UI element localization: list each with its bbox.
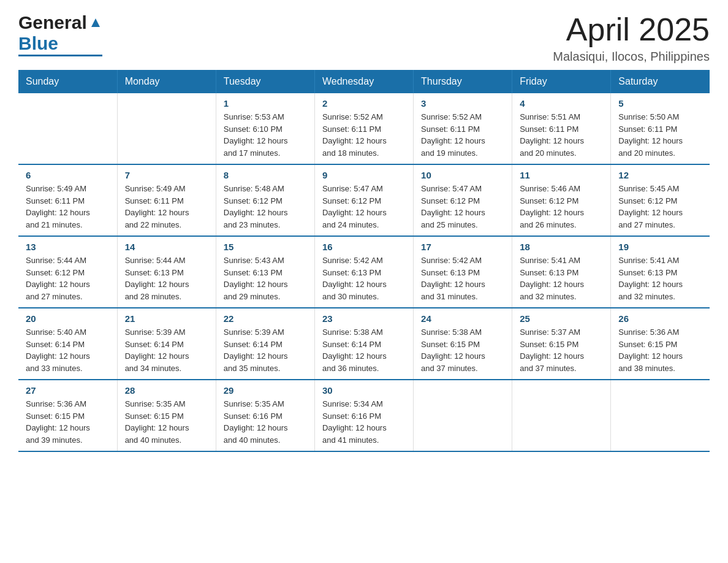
calendar-cell: 8Sunrise: 5:48 AM Sunset: 6:12 PM Daylig… — [216, 164, 314, 236]
calendar-cell — [117, 93, 216, 164]
day-number: 3 — [421, 98, 504, 109]
day-number: 22 — [224, 313, 307, 324]
day-number: 21 — [125, 313, 208, 324]
calendar-body: 1Sunrise: 5:53 AM Sunset: 6:10 PM Daylig… — [18, 93, 710, 451]
day-info: Sunrise: 5:36 AM Sunset: 6:15 PM Dayligh… — [618, 326, 702, 374]
logo-triangle-icon — [89, 16, 102, 29]
logo: General Blue — [18, 12, 102, 56]
day-info: Sunrise: 5:52 AM Sunset: 6:11 PM Dayligh… — [322, 111, 406, 159]
day-number: 14 — [125, 242, 208, 252]
calendar-cell: 23Sunrise: 5:38 AM Sunset: 6:14 PM Dayli… — [314, 308, 413, 380]
day-info: Sunrise: 5:41 AM Sunset: 6:13 PM Dayligh… — [520, 255, 603, 302]
calendar-cell: 2Sunrise: 5:52 AM Sunset: 6:11 PM Daylig… — [314, 93, 413, 164]
day-number: 20 — [26, 313, 110, 324]
calendar-cell: 20Sunrise: 5:40 AM Sunset: 6:14 PM Dayli… — [18, 308, 117, 380]
calendar-title: April 2025 — [553, 12, 710, 47]
day-number: 12 — [618, 170, 702, 180]
calendar-cell: 21Sunrise: 5:39 AM Sunset: 6:14 PM Dayli… — [117, 308, 216, 380]
calendar-cell: 7Sunrise: 5:49 AM Sunset: 6:11 PM Daylig… — [117, 164, 216, 236]
day-number: 16 — [322, 242, 406, 252]
col-saturday: Saturday — [611, 70, 710, 93]
calendar-week-2: 6Sunrise: 5:49 AM Sunset: 6:11 PM Daylig… — [18, 164, 710, 236]
day-number: 11 — [520, 170, 603, 180]
day-info: Sunrise: 5:50 AM Sunset: 6:11 PM Dayligh… — [618, 111, 702, 159]
calendar-cell: 12Sunrise: 5:45 AM Sunset: 6:12 PM Dayli… — [611, 164, 710, 236]
day-number: 25 — [520, 313, 603, 324]
calendar-cell: 5Sunrise: 5:50 AM Sunset: 6:11 PM Daylig… — [611, 93, 710, 164]
calendar-table: Sunday Monday Tuesday Wednesday Thursday… — [18, 70, 710, 452]
col-tuesday: Tuesday — [216, 70, 314, 93]
calendar-header: Sunday Monday Tuesday Wednesday Thursday… — [18, 70, 710, 93]
day-number: 26 — [618, 313, 702, 324]
col-sunday: Sunday — [18, 70, 117, 93]
day-info: Sunrise: 5:52 AM Sunset: 6:11 PM Dayligh… — [421, 111, 504, 159]
day-number: 18 — [520, 242, 603, 252]
calendar-location: Malasiqui, Ilocos, Philippines — [553, 50, 710, 64]
logo-underline — [18, 55, 102, 56]
day-info: Sunrise: 5:43 AM Sunset: 6:13 PM Dayligh… — [224, 255, 307, 302]
day-info: Sunrise: 5:40 AM Sunset: 6:14 PM Dayligh… — [26, 326, 110, 374]
calendar-cell — [611, 380, 710, 451]
calendar-cell: 25Sunrise: 5:37 AM Sunset: 6:15 PM Dayli… — [512, 308, 611, 380]
day-info: Sunrise: 5:39 AM Sunset: 6:14 PM Dayligh… — [125, 326, 208, 374]
calendar-week-1: 1Sunrise: 5:53 AM Sunset: 6:10 PM Daylig… — [18, 93, 710, 164]
day-number: 10 — [421, 170, 504, 180]
day-info: Sunrise: 5:49 AM Sunset: 6:11 PM Dayligh… — [125, 183, 208, 231]
day-number: 24 — [421, 313, 504, 324]
col-friday: Friday — [512, 70, 611, 93]
day-number: 13 — [26, 242, 110, 252]
calendar-cell: 6Sunrise: 5:49 AM Sunset: 6:11 PM Daylig… — [18, 164, 117, 236]
calendar-week-4: 20Sunrise: 5:40 AM Sunset: 6:14 PM Dayli… — [18, 308, 710, 380]
calendar-cell: 19Sunrise: 5:41 AM Sunset: 6:13 PM Dayli… — [611, 236, 710, 308]
calendar-cell: 11Sunrise: 5:46 AM Sunset: 6:12 PM Dayli… — [512, 164, 611, 236]
logo-general: General — [18, 12, 87, 33]
day-number: 29 — [224, 385, 307, 396]
calendar-cell: 9Sunrise: 5:47 AM Sunset: 6:12 PM Daylig… — [314, 164, 413, 236]
calendar-cell — [512, 380, 611, 451]
day-info: Sunrise: 5:53 AM Sunset: 6:10 PM Dayligh… — [224, 111, 307, 159]
day-number: 30 — [322, 385, 406, 396]
day-number: 2 — [322, 98, 406, 109]
day-info: Sunrise: 5:34 AM Sunset: 6:16 PM Dayligh… — [322, 398, 406, 446]
calendar-cell: 10Sunrise: 5:47 AM Sunset: 6:12 PM Dayli… — [414, 164, 512, 236]
day-info: Sunrise: 5:51 AM Sunset: 6:11 PM Dayligh… — [520, 111, 603, 159]
day-info: Sunrise: 5:41 AM Sunset: 6:13 PM Dayligh… — [618, 255, 702, 302]
day-info: Sunrise: 5:37 AM Sunset: 6:15 PM Dayligh… — [520, 326, 603, 374]
day-info: Sunrise: 5:44 AM Sunset: 6:12 PM Dayligh… — [26, 255, 110, 302]
day-info: Sunrise: 5:47 AM Sunset: 6:12 PM Dayligh… — [421, 183, 504, 231]
calendar-cell: 15Sunrise: 5:43 AM Sunset: 6:13 PM Dayli… — [216, 236, 314, 308]
calendar-cell — [414, 380, 512, 451]
header-row: Sunday Monday Tuesday Wednesday Thursday… — [18, 70, 710, 93]
day-info: Sunrise: 5:45 AM Sunset: 6:12 PM Dayligh… — [618, 183, 702, 231]
day-number: 28 — [125, 385, 208, 396]
day-info: Sunrise: 5:48 AM Sunset: 6:12 PM Dayligh… — [224, 183, 307, 231]
col-monday: Monday — [117, 70, 216, 93]
page-header: General Blue April 2025 Malasiqui, Iloco… — [18, 12, 710, 64]
day-info: Sunrise: 5:46 AM Sunset: 6:12 PM Dayligh… — [520, 183, 603, 231]
calendar-cell: 14Sunrise: 5:44 AM Sunset: 6:13 PM Dayli… — [117, 236, 216, 308]
day-info: Sunrise: 5:35 AM Sunset: 6:16 PM Dayligh… — [224, 398, 307, 446]
day-info: Sunrise: 5:38 AM Sunset: 6:15 PM Dayligh… — [421, 326, 504, 374]
col-wednesday: Wednesday — [314, 70, 413, 93]
day-number: 23 — [322, 313, 406, 324]
calendar-cell: 24Sunrise: 5:38 AM Sunset: 6:15 PM Dayli… — [414, 308, 512, 380]
calendar-cell: 30Sunrise: 5:34 AM Sunset: 6:16 PM Dayli… — [314, 380, 413, 451]
day-info: Sunrise: 5:44 AM Sunset: 6:13 PM Dayligh… — [125, 255, 208, 302]
day-info: Sunrise: 5:42 AM Sunset: 6:13 PM Dayligh… — [322, 255, 406, 302]
day-number: 1 — [224, 98, 307, 109]
logo-blue: Blue — [18, 33, 58, 54]
day-info: Sunrise: 5:42 AM Sunset: 6:13 PM Dayligh… — [421, 255, 504, 302]
calendar-week-3: 13Sunrise: 5:44 AM Sunset: 6:12 PM Dayli… — [18, 236, 710, 308]
day-number: 7 — [125, 170, 208, 180]
day-number: 8 — [224, 170, 307, 180]
day-number: 9 — [322, 170, 406, 180]
day-number: 17 — [421, 242, 504, 252]
day-info: Sunrise: 5:49 AM Sunset: 6:11 PM Dayligh… — [26, 183, 110, 231]
calendar-cell: 29Sunrise: 5:35 AM Sunset: 6:16 PM Dayli… — [216, 380, 314, 451]
calendar-cell: 3Sunrise: 5:52 AM Sunset: 6:11 PM Daylig… — [414, 93, 512, 164]
day-number: 15 — [224, 242, 307, 252]
day-number: 4 — [520, 98, 603, 109]
day-number: 19 — [618, 242, 702, 252]
day-info: Sunrise: 5:39 AM Sunset: 6:14 PM Dayligh… — [224, 326, 307, 374]
calendar-cell: 22Sunrise: 5:39 AM Sunset: 6:14 PM Dayli… — [216, 308, 314, 380]
